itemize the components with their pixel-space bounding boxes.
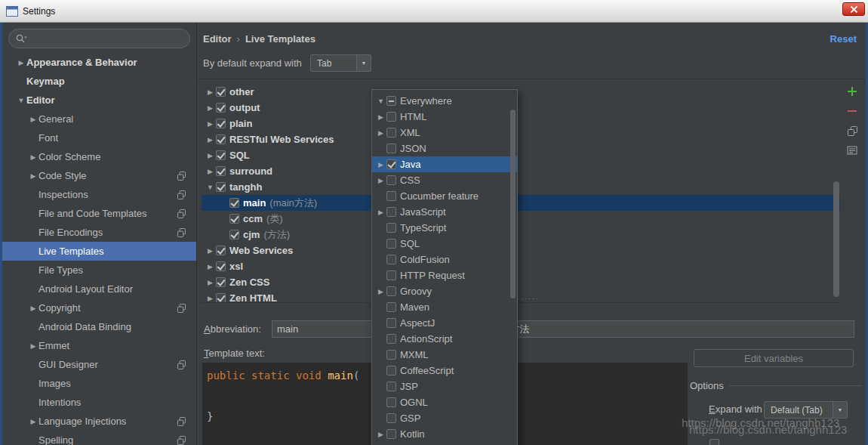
checkbox[interactable] <box>386 239 396 249</box>
right-arrow-icon[interactable]: ▶ <box>375 113 386 121</box>
checkbox[interactable] <box>216 246 226 255</box>
checkbox[interactable] <box>386 318 396 328</box>
context-item-jsp[interactable]: JSP <box>372 379 517 394</box>
context-item-ognl[interactable]: OGNL <box>372 394 517 410</box>
sidebar-item-live-templates[interactable]: Live Templates <box>2 242 196 261</box>
checkbox[interactable] <box>229 198 239 208</box>
sidebar-item-gui-designer[interactable]: GUI Designer <box>2 355 196 374</box>
template-item-sql[interactable]: ▶SQL <box>202 147 840 163</box>
context-item-maven[interactable]: Maven <box>372 299 517 315</box>
sidebar-item-emmet[interactable]: ▶Emmet <box>2 336 196 355</box>
checkbox[interactable] <box>216 293 226 303</box>
checkbox[interactable] <box>386 366 396 375</box>
context-item-coffeescript[interactable]: CoffeeScript <box>372 363 517 379</box>
checkbox[interactable] <box>386 302 396 312</box>
checkbox[interactable] <box>386 128 396 138</box>
checkbox[interactable] <box>386 175 396 185</box>
template-item-main[interactable]: main(main方法) <box>202 195 840 211</box>
right-arrow-icon[interactable]: ▶ <box>16 59 26 66</box>
breadcrumb-editor[interactable]: Editor <box>203 33 232 45</box>
template-item-tanghh[interactable]: ▼tanghh <box>202 179 840 195</box>
right-arrow-icon[interactable]: ▶ <box>28 418 38 425</box>
add-template-button[interactable] <box>844 83 860 100</box>
template-item-web-services[interactable]: ▶Web Services <box>202 243 840 258</box>
checkbox[interactable] <box>386 429 396 439</box>
edit-variables-button[interactable]: Edit variables <box>694 349 854 367</box>
checkbox[interactable] <box>386 112 396 122</box>
sidebar-item-images[interactable]: Images <box>2 374 196 393</box>
checkbox[interactable] <box>386 382 396 391</box>
checkbox[interactable] <box>216 166 226 176</box>
template-item-zen-css[interactable]: ▶Zen CSS <box>202 274 840 290</box>
options-checkbox-partial[interactable] <box>709 439 719 445</box>
right-arrow-icon[interactable]: ▶ <box>28 116 38 123</box>
context-item-groovy[interactable]: ▶Groovy <box>372 283 517 299</box>
checkbox[interactable] <box>386 413 396 423</box>
sidebar-item-general[interactable]: ▶General <box>2 110 196 128</box>
sidebar-item-keymap[interactable]: Keymap <box>2 72 196 91</box>
sidebar-item-copyright[interactable]: ▶Copyright <box>2 298 196 317</box>
duplicate-template-button[interactable] <box>844 122 860 139</box>
context-item-html[interactable]: ▶HTML <box>372 109 517 125</box>
sidebar-item-code-style[interactable]: ▶Code Style <box>2 166 196 185</box>
context-item-kotlin[interactable]: ▶Kotlin <box>372 426 517 442</box>
checkbox[interactable] <box>386 144 396 153</box>
sidebar-item-spelling[interactable]: Spelling <box>2 431 196 445</box>
sidebar-item-file-encodings[interactable]: File Encodings <box>2 223 196 242</box>
down-arrow-icon[interactable]: ▼ <box>375 97 386 105</box>
template-item-other[interactable]: ▶other <box>202 84 840 100</box>
context-item-aspectj[interactable]: AspectJ <box>372 315 517 331</box>
scrollbar-thumb[interactable] <box>833 181 839 297</box>
checkbox[interactable] <box>386 191 396 201</box>
context-item-css[interactable]: ▶CSS <box>372 172 517 188</box>
right-arrow-icon[interactable]: ▶ <box>28 153 38 161</box>
context-item-java[interactable]: ▶Java <box>372 156 517 172</box>
right-arrow-icon[interactable]: ▶ <box>375 431 386 438</box>
context-item-http-request[interactable]: HTTP Request <box>372 267 517 283</box>
right-arrow-icon[interactable]: ▶ <box>28 172 38 180</box>
checkbox[interactable] <box>229 230 239 239</box>
default-expand-combobox[interactable]: Tab <box>310 54 371 72</box>
sidebar-item-android-data-binding[interactable]: Android Data Binding <box>2 317 196 336</box>
checkbox[interactable] <box>229 214 239 224</box>
remove-template-button[interactable] <box>844 103 860 119</box>
right-arrow-icon[interactable]: ▶ <box>205 88 216 96</box>
sidebar-item-editor[interactable]: ▼Editor <box>2 91 196 110</box>
splitter-handle[interactable]: ······ <box>517 295 540 302</box>
popup-scrollbar[interactable] <box>509 110 516 298</box>
checkbox[interactable] <box>386 255 396 264</box>
context-item-mxml[interactable]: MXML <box>372 347 517 363</box>
checkbox[interactable] <box>216 87 226 97</box>
scrollbar-thumb[interactable] <box>510 110 516 298</box>
template-item-surround[interactable]: ▶surround <box>202 163 840 179</box>
checkbox[interactable] <box>386 159 396 169</box>
context-item-json[interactable]: JSON <box>372 141 517 156</box>
restore-defaults-button[interactable] <box>844 142 860 159</box>
right-arrow-icon[interactable]: ▶ <box>205 247 216 255</box>
right-arrow-icon[interactable]: ▶ <box>205 263 216 270</box>
sidebar-item-inspections[interactable]: Inspections <box>2 185 196 204</box>
sidebar-item-language-injections[interactable]: ▶Language Injections <box>2 412 196 431</box>
right-arrow-icon[interactable]: ▶ <box>205 168 216 175</box>
right-arrow-icon[interactable]: ▶ <box>28 304 38 312</box>
context-item-sql[interactable]: SQL <box>372 236 517 252</box>
context-item-actionscript[interactable]: ActionScript <box>372 331 517 347</box>
checkbox[interactable] <box>386 334 396 344</box>
sidebar-item-android-layout-editor[interactable]: Android Layout Editor <box>2 280 196 298</box>
template-item-plain[interactable]: ▶plain <box>202 116 840 131</box>
sidebar-item-color-scheme[interactable]: ▶Color Scheme <box>2 147 196 166</box>
down-arrow-icon[interactable]: ▼ <box>16 97 26 104</box>
close-button[interactable] <box>842 2 865 16</box>
sidebar-item-intentions[interactable]: Intentions <box>2 393 196 412</box>
reset-link[interactable]: Reset <box>830 33 857 45</box>
context-item-everywhere[interactable]: ▼Everywhere <box>372 93 517 109</box>
context-item-coldfusion[interactable]: ColdFusion <box>372 252 517 267</box>
right-arrow-icon[interactable]: ▶ <box>205 136 216 144</box>
checkbox[interactable] <box>216 182 226 192</box>
checkbox[interactable] <box>386 286 396 296</box>
right-arrow-icon[interactable]: ▶ <box>28 342 38 350</box>
checkbox[interactable] <box>216 119 226 128</box>
description-input[interactable] <box>483 320 854 338</box>
settings-search-box[interactable] <box>8 29 190 48</box>
checkbox[interactable] <box>216 150 226 160</box>
